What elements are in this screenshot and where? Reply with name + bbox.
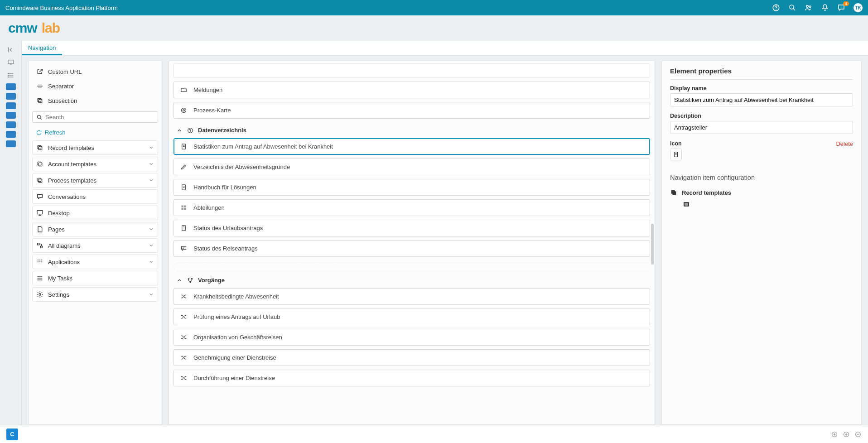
nav-item-pruefung-urlaub[interactable]: Prüfung eines Antrags auf Urlaub xyxy=(174,308,650,325)
nav-item-meldungen[interactable]: Meldungen xyxy=(174,82,650,98)
shuffle-icon xyxy=(180,334,187,341)
delete-link[interactable]: Delete xyxy=(836,140,853,147)
rail-chip-5[interactable] xyxy=(6,121,16,128)
refresh-button[interactable]: Refresh xyxy=(32,126,158,139)
nav-item-verzeichnis-gruende[interactable]: Verzeichnis der Abwesenheitsgründe xyxy=(174,159,650,175)
subsection-icon xyxy=(36,97,43,104)
chevron-down-icon xyxy=(149,259,154,265)
avatar[interactable]: TK xyxy=(854,3,863,12)
copy-icon xyxy=(36,160,43,168)
apps-icon xyxy=(36,258,43,265)
nav-item-ghost[interactable] xyxy=(174,63,650,78)
rail-chip-2[interactable] xyxy=(6,93,16,100)
display-name-label: Display name xyxy=(670,85,853,91)
cat-conversations[interactable]: Conversations xyxy=(32,189,158,204)
zoom-out-icon[interactable] xyxy=(854,431,862,438)
doc-icon xyxy=(180,225,187,231)
nav-item-prozess-karte[interactable]: Prozess-Karte xyxy=(174,102,650,119)
shuffle-icon xyxy=(180,293,187,300)
cat-record-templates[interactable]: Record templates xyxy=(32,140,158,155)
search-input[interactable] xyxy=(45,114,154,120)
rail-chip-6[interactable] xyxy=(6,131,16,138)
help-icon xyxy=(187,127,193,134)
palette-custom-url[interactable]: Custom URL xyxy=(32,64,158,79)
rail-tasks-icon[interactable] xyxy=(5,70,16,81)
rail-chip-3[interactable] xyxy=(6,102,16,109)
cat-pages[interactable]: Pages xyxy=(32,222,158,236)
cat-my-tasks[interactable]: My Tasks xyxy=(32,271,158,285)
copy-icon xyxy=(36,144,43,151)
rail-chip-1[interactable] xyxy=(6,83,16,90)
left-rail xyxy=(0,41,22,425)
desktop-icon xyxy=(36,209,43,217)
nav-item-handbuch[interactable]: Handbuch für Lösungen xyxy=(174,179,650,196)
stack-icon xyxy=(670,189,677,196)
nav-item-genehmigung-dienstreise[interactable]: Genehmigung einer Dienstreise xyxy=(174,349,650,366)
copy-icon xyxy=(36,177,43,184)
palette-panel: Custom URL Separator Subsection Refresh xyxy=(28,60,162,425)
bottom-bar: C xyxy=(0,425,868,443)
page-icon xyxy=(36,226,43,233)
nav-item-status-urlaub[interactable]: Status des Urlaubsantrags xyxy=(174,220,650,236)
doc-icon xyxy=(180,184,187,191)
config-heading: Navigation item configuration xyxy=(670,174,853,181)
rail-chip-4[interactable] xyxy=(6,112,16,119)
search-icon[interactable] xyxy=(788,4,796,12)
section-vorgaenge[interactable]: Vorgänge xyxy=(174,272,650,288)
scrollbar-thumb[interactable] xyxy=(651,224,654,265)
cat-desktop[interactable]: Desktop xyxy=(32,206,158,220)
users-icon[interactable] xyxy=(805,4,813,12)
description-input[interactable] xyxy=(670,121,853,134)
bell-icon[interactable] xyxy=(821,4,829,12)
cat-process-templates[interactable]: Process templates xyxy=(32,173,158,188)
chat-icon[interactable]: 4 xyxy=(837,4,845,12)
brand-row: cmw lab xyxy=(0,15,868,41)
zoom-fit-icon[interactable] xyxy=(831,431,838,438)
display-name-input[interactable] xyxy=(670,93,853,106)
cat-account-templates[interactable]: Account templates xyxy=(32,157,158,171)
brand-cmw: cmw xyxy=(8,20,37,36)
zoom-in-icon[interactable] xyxy=(843,431,850,438)
config-child-list[interactable] xyxy=(683,198,853,210)
rail-desktop-icon[interactable] xyxy=(5,57,16,68)
description-label: Description xyxy=(670,113,853,119)
nav-item-stat-krank[interactable]: Statistiken zum Antrag auf Abwesenheit b… xyxy=(174,138,650,155)
cat-all-diagrams[interactable]: All diagrams xyxy=(32,238,158,253)
shuffle-icon xyxy=(180,354,187,361)
palette-subsection[interactable]: Subsection xyxy=(32,93,158,108)
tasks-icon xyxy=(36,274,43,282)
palette-label: Subsection xyxy=(48,97,77,104)
chevron-down-icon xyxy=(149,292,154,297)
rail-chip-7[interactable] xyxy=(6,140,16,147)
navigation-canvas: Meldungen Prozess-Karte Datenverzeichnis… xyxy=(169,60,655,425)
doc-icon xyxy=(180,143,187,150)
cat-applications[interactable]: Applications xyxy=(32,255,158,269)
comindware-badge[interactable]: C xyxy=(6,429,18,440)
nav-item-status-reise[interactable]: Status des Reiseantrags xyxy=(174,240,650,257)
icon-picker[interactable] xyxy=(670,149,682,160)
search-icon xyxy=(36,114,43,120)
tab-navigation[interactable]: Navigation xyxy=(22,41,62,55)
config-record-templates[interactable]: Record templates xyxy=(670,187,853,198)
cat-settings[interactable]: Settings xyxy=(32,287,158,302)
properties-title: Element properties xyxy=(670,67,853,80)
list-icon xyxy=(683,201,690,208)
gear-icon xyxy=(36,291,43,298)
folder-icon xyxy=(180,87,187,93)
dropzone[interactable] xyxy=(174,262,650,271)
search-box[interactable] xyxy=(32,111,158,123)
chevron-down-icon xyxy=(149,243,154,248)
nav-item-krankheitsbed[interactable]: Krankheitsbedingte Abwesenheit xyxy=(174,288,650,305)
palette-separator[interactable]: Separator xyxy=(32,79,158,93)
separator-icon xyxy=(36,82,43,90)
chevron-down-icon xyxy=(149,178,154,183)
section-datenverzeichnis[interactable]: Datenverzeichnis xyxy=(174,122,650,138)
rail-collapse-icon[interactable] xyxy=(5,44,16,55)
nav-item-durchfuehrung-dienstreise[interactable]: Durchführung einer Dienstreise xyxy=(174,370,650,386)
app-title: Comindware Business Application Platform xyxy=(5,5,118,11)
nav-item-organisation-reisen[interactable]: Organisation von Geschäftsreisen xyxy=(174,329,650,346)
help-icon[interactable] xyxy=(772,4,780,12)
nav-item-abteilungen[interactable]: Abteilungen xyxy=(174,199,650,216)
shuffle-icon xyxy=(180,313,187,320)
refresh-label: Refresh xyxy=(45,129,66,136)
